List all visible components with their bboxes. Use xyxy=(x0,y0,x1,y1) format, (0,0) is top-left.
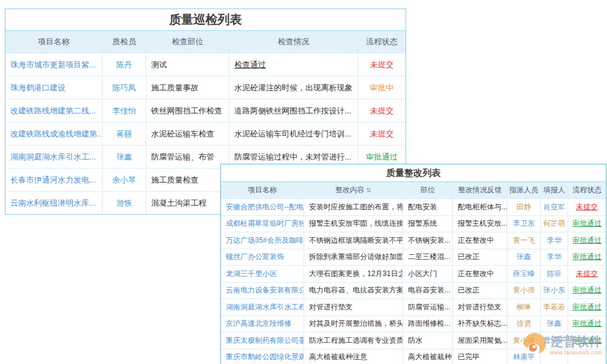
cell-project-name[interactable]: 湖南洞庭湖水库引水工程施工标 xyxy=(221,299,304,315)
column-header-assignee[interactable]: 指派人员 xyxy=(507,182,541,198)
cell-project-name[interactable]: 万达广场35#会所及咖啡厅空... xyxy=(221,232,304,249)
table-row[interactable]: 改建铁路线成渝线增建第...蒋丽水泥砼运输车检查水泥砼运输车司机经过专门培训..… xyxy=(5,122,405,145)
cell-inspector: 李佳怡 xyxy=(103,99,146,122)
cell-rectify-content: 不锈钢边框玻璃隔断安装不平... xyxy=(304,232,403,249)
cell-process-status[interactable]: 未提交 xyxy=(568,199,606,215)
column-header-content[interactable]: 整改内容⇅ xyxy=(304,182,403,198)
cell-rectify-content: 报警主机安放牢固，线缆连接... xyxy=(304,216,403,232)
column-header-part[interactable]: 检查部位 xyxy=(146,31,229,53)
column-header-status[interactable]: 流程状态 xyxy=(568,182,606,198)
rectification-table-header-row: 项目名称整改内容⇅部位整改情况反馈指派人员填报人流程状态 xyxy=(221,182,606,198)
cell-reporter: 陈菲 xyxy=(541,266,568,282)
column-header-situation[interactable]: 检查情况 xyxy=(229,31,358,53)
cell-feedback: 已完毕 xyxy=(453,349,507,364)
cell-process-status[interactable]: 审批通过 xyxy=(568,316,606,332)
cell-inspector: 陈巧凤 xyxy=(103,76,146,99)
cell-process-status[interactable]: 未提交 xyxy=(568,266,606,282)
cell-rectify-content: 对管进行垫支 xyxy=(304,299,403,315)
cell-assignee: 田静 xyxy=(507,199,541,215)
table-row[interactable]: 京沪高速北京段维修对其及时开展整治措施，桥头...路面维修检...补齐缺失标志.… xyxy=(221,315,606,332)
cell-project-name[interactable]: 云南水利枢纽潜明水库... xyxy=(5,192,103,214)
cell-project-name[interactable]: 京沪高速北京段维修 xyxy=(221,316,304,332)
cell-reporter: 何芷萌 xyxy=(541,216,568,232)
cell-project-name[interactable]: 重庆市鹅岭公园绿化景观提升... xyxy=(221,349,304,364)
cell-rectify-content: 防水工程施工选调有专业资质... xyxy=(304,332,403,349)
cell-project-name[interactable]: 改建铁路线成渝线增建第... xyxy=(5,123,103,145)
cell-inspection-part: 铁丝网围挡工作检查 xyxy=(146,99,229,122)
table-row[interactable]: 云南电力设备安装有限公司20...电力电容器、电抗器安装方案...电容器安装..… xyxy=(221,282,606,299)
cell-project-name[interactable]: 改建铁路线增建第二线... xyxy=(5,99,103,122)
cell-rectify-content: 安装时应按施工图的布置，将... xyxy=(304,199,403,215)
column-header-label: 部位 xyxy=(421,185,435,195)
column-header-label: 整改情况反馈 xyxy=(458,185,502,195)
table-row[interactable]: 安徽合肥供电公司--配电设备...安装时应按施工图的布置，将...配电安装配电柜… xyxy=(221,198,606,215)
table-row[interactable]: 万达广场35#会所及咖啡厅空...不锈钢边框玻璃隔断安装不平...不锈钢安装..… xyxy=(221,232,606,249)
watermark-brand: 泛普软件 xyxy=(551,334,602,349)
cell-process-status[interactable]: 审批通过 xyxy=(568,299,606,315)
cell-process-status[interactable]: 未提交 xyxy=(358,53,405,76)
cell-project-name[interactable]: 龙湖三千里小区 xyxy=(221,266,304,282)
cell-project-name[interactable]: 珠海鹤港口建设 xyxy=(5,76,103,99)
cell-project-name[interactable]: 成都杜甫草堂临时厂房独立展... xyxy=(221,216,304,232)
cell-project-name[interactable]: 重庆太极制药有限公司毫州中... xyxy=(221,332,304,349)
cell-project-name[interactable]: 云南电力设备安装有限公司20... xyxy=(221,283,304,299)
cell-assignee: 徐贤 xyxy=(507,316,541,332)
cell-project-name[interactable]: 湖南洞庭湖水库引水工... xyxy=(5,146,103,168)
cell-project-name[interactable]: 珠海市城市更新项目紫... xyxy=(5,53,103,76)
column-header-label: 流程状态 xyxy=(572,185,602,195)
column-header-feedback[interactable]: 整改情况反馈 xyxy=(453,182,507,198)
cell-project-name[interactable]: 螺丝厂办公室装饰 xyxy=(221,249,304,266)
column-header-label: 填报人 xyxy=(543,185,565,195)
table-row[interactable]: 成都杜甫草堂临时厂房独立展...报警主机安放牢固，线缆连接...报警系统报警主机… xyxy=(221,215,606,232)
column-header-label: 指派人员 xyxy=(509,185,538,195)
cell-rectify-content: 对其及时开展整治措施，桥头... xyxy=(304,316,403,332)
column-header-reporter[interactable]: 填报人 xyxy=(541,182,568,198)
cell-feedback: 正在整改中 xyxy=(453,266,507,282)
cell-process-status[interactable]: 未提交 xyxy=(358,123,405,145)
table-row[interactable]: 改建铁路线增建第二线...李佳怡铁丝网围挡工作检查道路两侧铁丝网围挡工作按设计.… xyxy=(5,99,405,122)
column-header-status[interactable]: 流程状态 xyxy=(358,31,405,53)
table-row[interactable]: 龙湖三千里小区大理石图案更换，12月31日之...小区大门正在整改中薛宝峰陈菲未… xyxy=(221,265,606,282)
cell-rectify-content: 拆除到承重墙部分请做好加固... xyxy=(304,249,403,266)
cell-process-status[interactable]: 未提交 xyxy=(358,99,405,122)
column-header-project[interactable]: 项目名称 xyxy=(5,31,103,53)
column-header-label: 项目名称 xyxy=(38,36,70,47)
cell-project-name[interactable]: 长春市伊通河水力发电... xyxy=(5,169,103,191)
watermark-text: 泛普软件 www.fanpusoft.com xyxy=(550,331,603,356)
cell-project-name[interactable]: 安徽合肥供电公司--配电设备... xyxy=(221,199,304,215)
cell-process-status[interactable]: 审批中 xyxy=(358,76,405,99)
cell-process-status[interactable]: 审批通过 xyxy=(568,216,606,232)
fanpu-logo-icon xyxy=(522,331,548,357)
cell-process-status[interactable]: 审批通过 xyxy=(568,232,606,249)
cell-reporter: 肖亚军 xyxy=(541,199,568,215)
column-header-part[interactable]: 部位 xyxy=(403,182,453,198)
cell-assignee: 黄一飞 xyxy=(507,232,541,249)
cell-feedback: 已改正 xyxy=(453,283,507,299)
cell-rectify-content: 大理石图案更换，12月31日之... xyxy=(304,266,403,282)
cell-inspector: 余小琴 xyxy=(103,169,146,191)
table-row[interactable]: 螺丝厂办公室装饰拆除到承重墙部分请做好加固...二至三楼混...已改正张鑫李华审… xyxy=(221,249,606,266)
cell-inspection-part: 水泥砼运输车检查 xyxy=(146,123,229,145)
table-row[interactable]: 湖南洞庭湖水库引水工程施工标对管进行垫支防腐管运输...对管进行垫支柳琳李若若审… xyxy=(221,298,606,315)
column-header-label: 检查部位 xyxy=(172,36,203,47)
cell-part: 报警系统 xyxy=(403,216,453,232)
cell-assignee: 薛宝峰 xyxy=(507,266,541,282)
sort-icon[interactable]: ⇅ xyxy=(366,187,371,194)
cell-inspector: 张鑫 xyxy=(103,146,146,168)
cell-process-status[interactable]: 审批通过 xyxy=(568,249,606,266)
rectification-table-title: 质量整改列表 xyxy=(221,164,606,182)
cell-inspection-situation[interactable]: 检查通过 xyxy=(229,53,358,76)
table-row[interactable]: 珠海市城市更新项目紫...陈丹测试检查通过未提交 xyxy=(5,53,405,76)
cell-part: 配电安装 xyxy=(403,199,453,215)
cell-inspection-situation: 道路两侧铁丝网围挡工作按设计... xyxy=(229,99,358,122)
cell-process-status[interactable]: 审批通过 xyxy=(568,283,606,299)
cell-part: 二至三楼混... xyxy=(403,249,453,266)
cell-assignee: 张鑫 xyxy=(507,249,541,266)
cell-feedback: 报警主机安放... xyxy=(453,216,507,232)
cell-rectify-content: 电力电容器、电抗器安装方案... xyxy=(304,283,403,299)
table-row[interactable]: 珠海鹤港口建设陈巧凤施工质量事故水泥砼灌注的时候，出现离析现象审批中 xyxy=(5,76,405,99)
column-header-project[interactable]: 项目名称 xyxy=(221,182,304,198)
cell-part: 防水 xyxy=(403,332,453,349)
column-header-inspector[interactable]: 质检员 xyxy=(103,31,146,53)
cell-part: 路面维修检... xyxy=(403,316,453,332)
